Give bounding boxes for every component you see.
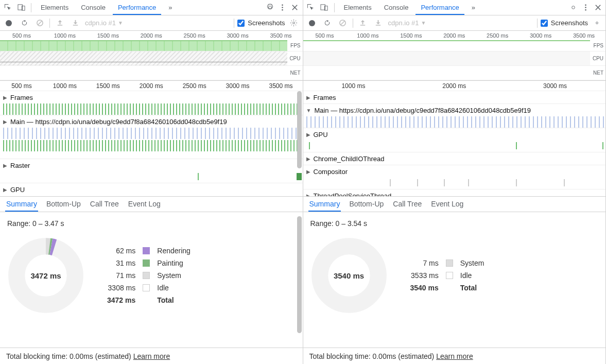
btab-bottomup[interactable]: Bottom-Up <box>45 197 82 212</box>
upload-profile-icon[interactable] <box>357 18 369 29</box>
screenshots-label: Screenshots <box>248 19 285 27</box>
flamechart[interactable]: 500 ms 1000 ms 1500 ms 2000 ms 2500 ms 3… <box>0 81 303 197</box>
svg-rect-19 <box>360 25 365 25</box>
close-icon[interactable] <box>592 2 603 13</box>
upload-profile-icon[interactable] <box>54 18 65 29</box>
btab-eventlog[interactable]: Event Log <box>430 197 464 212</box>
expand-icon: ▶ <box>3 163 7 168</box>
swatch-painting <box>143 259 150 267</box>
footer: Total blocking time: 0.00ms (estimated) … <box>303 348 606 364</box>
record-button[interactable] <box>306 18 318 29</box>
flame-tick: 2000 ms <box>404 82 505 90</box>
track-gpu[interactable]: ▶GPU <box>0 183 303 197</box>
clear-button[interactable] <box>34 18 45 29</box>
ruler-tick: 500 ms <box>303 32 347 39</box>
track-compositor[interactable]: ▶Compositor <box>303 165 606 189</box>
tab-console[interactable]: Console <box>76 1 111 15</box>
kebab-menu-icon[interactable] <box>277 2 288 13</box>
btab-eventlog[interactable]: Event Log <box>127 197 162 212</box>
track-child-io[interactable]: ▶Chrome_ChildIOThread <box>303 152 606 165</box>
settings-gear-icon[interactable] <box>567 2 579 13</box>
track-threadpool[interactable]: ▶ThreadPoolServiceThread <box>303 189 606 197</box>
svg-point-17 <box>585 9 586 11</box>
summary-legend: 62 msRendering 31 msPainting 71 msSystem… <box>107 247 191 304</box>
recording-breadcrumb[interactable]: cdpn.io #1 ▼ <box>388 19 426 27</box>
btab-summary[interactable]: Summary <box>5 197 38 212</box>
download-profile-icon[interactable] <box>373 18 384 29</box>
tab-elements[interactable]: Elements <box>36 1 74 15</box>
legend-total-label: Total <box>157 296 191 304</box>
expand-icon: ▶ <box>3 187 7 193</box>
tab-performance[interactable]: Performance <box>113 1 161 15</box>
btab-calltree[interactable]: Call Tree <box>392 197 423 212</box>
overview-timeline[interactable]: 500 ms 1000 ms 1500 ms 2000 ms 2500 ms 3… <box>303 31 606 81</box>
toolbar-settings-gear-icon[interactable] <box>591 18 602 29</box>
settings-gear-icon[interactable] <box>265 2 276 13</box>
summary-legend: 7 msSystem 3533 msIdle 3540 msTotal <box>410 259 484 292</box>
ruler-tick: 2500 ms <box>173 32 216 39</box>
expand-icon: ▶ <box>306 132 310 137</box>
close-icon[interactable] <box>289 2 301 13</box>
footer-learn-more-link[interactable]: Learn more <box>133 352 170 360</box>
track-main[interactable]: ▶Main — https://cdpn.io/una/debug/c9edd7… <box>0 115 303 159</box>
flame-tick: 3000 ms <box>216 82 259 90</box>
chevron-down-icon: ▼ <box>118 20 123 26</box>
main-tab-bar: Elements Console Performance » <box>0 0 303 15</box>
tab-elements[interactable]: Elements <box>339 1 377 15</box>
track-raster[interactable]: ▶Raster <box>0 159 303 183</box>
track-label: Frames <box>10 94 33 101</box>
screenshots-label: Screenshots <box>551 19 588 27</box>
download-profile-icon[interactable] <box>70 18 81 29</box>
tab-performance[interactable]: Performance <box>415 1 464 15</box>
track-main[interactable]: ▼Main — https://cdpn.io/una/debug/c9edd7… <box>303 104 606 128</box>
device-toggle-icon[interactable] <box>15 2 27 13</box>
legend-label: System <box>157 271 191 280</box>
legend-total-ms: 3472 ms <box>107 296 135 304</box>
legend-ms: 3308 ms <box>107 284 135 292</box>
track-frames[interactable]: ▶Frames <box>0 91 303 115</box>
lane-label-net: NET <box>590 66 605 80</box>
track-gpu[interactable]: ▶GPU <box>303 128 606 152</box>
flamechart-scrollbar[interactable] <box>297 91 302 195</box>
record-button[interactable] <box>3 18 14 29</box>
chevron-down-icon: ▼ <box>421 20 426 26</box>
screenshots-checkbox[interactable] <box>541 20 548 27</box>
inspect-icon[interactable] <box>2 2 13 13</box>
tab-more[interactable]: » <box>466 1 480 15</box>
track-frames[interactable]: ▶Frames <box>303 91 606 104</box>
recording-breadcrumb[interactable]: cdpn.io #1 ▼ <box>85 19 123 27</box>
btab-summary[interactable]: Summary <box>308 197 341 212</box>
toolbar-settings-gear-icon[interactable] <box>288 18 300 29</box>
track-label: GPU <box>10 186 25 194</box>
legend-label: Painting <box>157 259 191 267</box>
screenshots-checkbox[interactable] <box>237 20 245 27</box>
tab-more[interactable]: » <box>163 1 177 15</box>
flamechart[interactable]: 1000 ms 2000 ms 3000 ms ▶Frames ▼Main — … <box>303 81 606 197</box>
range-text: Range: 0 – 3.47 s <box>7 219 296 228</box>
track-label: Main — https://cdpn.io/una/debug/c9edd7f… <box>10 118 227 126</box>
overview-ruler: 500 ms 1000 ms 1500 ms 2000 ms 2500 ms 3… <box>303 31 606 40</box>
summary-scrollbar[interactable] <box>297 216 302 343</box>
ruler-tick: 1500 ms <box>86 32 130 39</box>
legend-total-label: Total <box>460 284 484 292</box>
footer-learn-more-link[interactable]: Learn more <box>436 352 473 360</box>
svg-point-4 <box>282 9 283 11</box>
overview-timeline[interactable]: 500 ms 1000 ms 1500 ms 2000 ms 2500 ms 3… <box>0 31 303 81</box>
lane-label-cpu: CPU <box>590 51 605 65</box>
reload-record-button[interactable] <box>19 18 30 29</box>
clear-button[interactable] <box>337 18 349 29</box>
btab-calltree[interactable]: Call Tree <box>89 197 120 212</box>
btab-bottomup[interactable]: Bottom-Up <box>348 197 385 212</box>
device-toggle-icon[interactable] <box>319 2 330 13</box>
expand-icon: ▶ <box>306 95 310 100</box>
inspect-icon[interactable] <box>305 2 317 13</box>
legend-ms: 7 ms <box>410 259 439 267</box>
flame-tick: 3500 ms <box>259 82 303 90</box>
kebab-menu-icon[interactable] <box>580 2 591 13</box>
legend-label: System <box>460 259 484 267</box>
ruler-tick: 1000 ms <box>43 32 86 39</box>
breadcrumb-label: cdpn.io #1 <box>388 19 419 27</box>
reload-record-button[interactable] <box>322 18 333 29</box>
tab-console[interactable]: Console <box>379 1 414 15</box>
bottom-tabbar: Summary Bottom-Up Call Tree Event Log <box>303 197 606 212</box>
